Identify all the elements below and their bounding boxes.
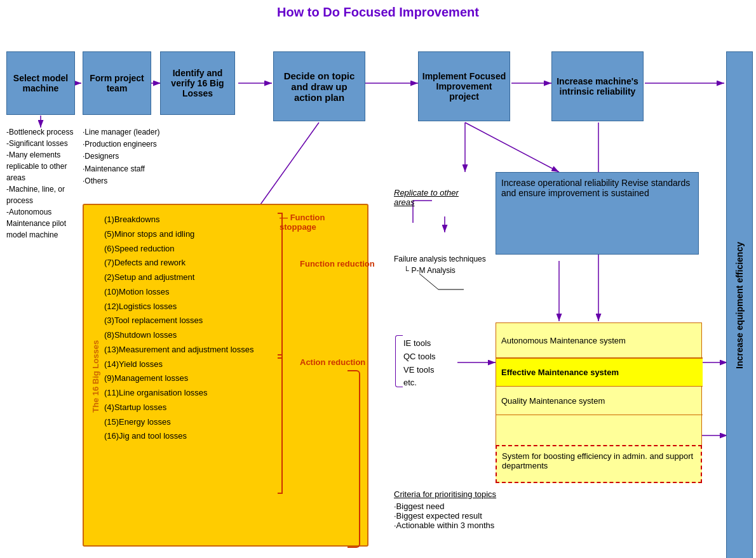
criteria-section: Criteria for prioritising topics ·Bigges… bbox=[394, 489, 597, 530]
box-decide: Decide on topic and draw up action plan bbox=[273, 51, 365, 121]
effective-maintenance-box: Effective Maintenance system bbox=[496, 358, 703, 387]
replicate-label: Replicate to other areas bbox=[394, 188, 467, 207]
ie-tools-label: IE tools QC tools VE tools etc. bbox=[403, 337, 467, 390]
function-stoppage-label: — Function stoppage bbox=[280, 213, 362, 232]
action-reduction-label: Action reduction bbox=[300, 357, 382, 367]
box-increase-machine: Increase machine's intrinsic reliability bbox=[551, 51, 644, 121]
big-losses-box: The 16 Big Losses (1)Breakdowns (5)Minor… bbox=[83, 204, 368, 547]
box-increase-equipment: Increase equipment efficiency bbox=[726, 51, 753, 558]
boosting-efficiency-box: System for boosting efficiency in admin.… bbox=[496, 445, 702, 483]
maintenance-systems-container: Autonomous Maintenance system Effective … bbox=[496, 322, 702, 449]
quality-maintenance-box: Quality Maintenance system bbox=[496, 387, 703, 415]
big-losses-items: (1)Breakdowns (5)Minor stops and idling … bbox=[104, 213, 269, 444]
svg-line-9 bbox=[254, 123, 319, 213]
svg-line-17 bbox=[465, 123, 559, 172]
box-select-model: Select model machine bbox=[6, 51, 75, 115]
box-identify: Identify and verify 16 Big Losses bbox=[160, 51, 235, 115]
criteria-title: Criteria for prioritising topics bbox=[394, 489, 597, 499]
big-losses-title: The 16 Big Losses bbox=[89, 218, 102, 535]
failure-analysis-label: Failure analysis techniques └P-M Analysi… bbox=[394, 255, 496, 275]
box-form-team: Form project team bbox=[83, 51, 151, 115]
svg-line-13 bbox=[419, 274, 438, 289]
function-reduction-label: Function reduction bbox=[300, 259, 382, 269]
main-title: How to Do Focused Improvement bbox=[0, 0, 756, 26]
select-machine-content: -Bottleneck process -Significant losses … bbox=[6, 126, 75, 241]
box-implement: Implement Focused Improvement project bbox=[418, 51, 510, 121]
reliability-box: Increase operational reliability Revise … bbox=[496, 172, 699, 255]
form-team-content: ·Line manager (leader) ·Production engin… bbox=[83, 126, 172, 187]
autonomous-maintenance-box: Autonomous Maintenance system bbox=[496, 323, 703, 358]
